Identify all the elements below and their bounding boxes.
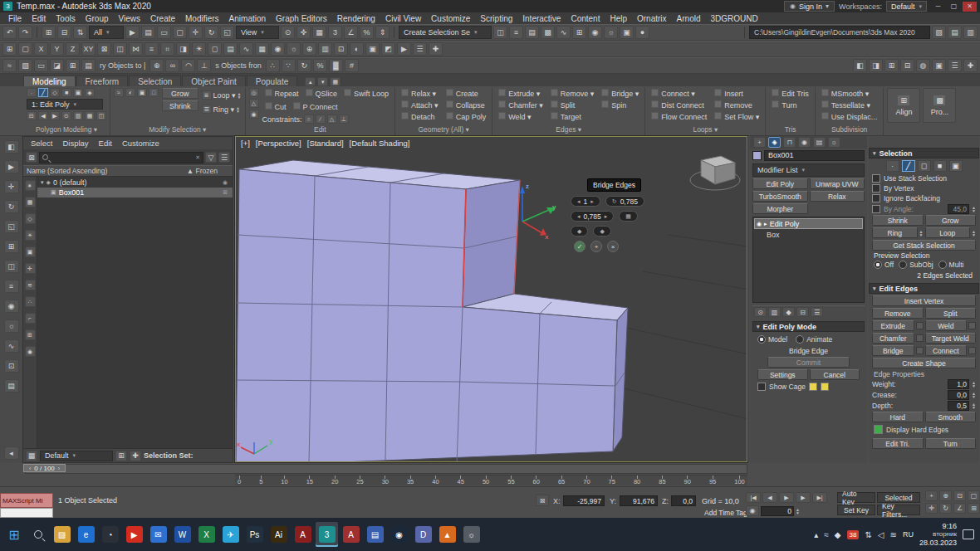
taskbar-app-autocad[interactable]: A [340,522,362,547]
preview-selection-radio[interactable]: SubObj [899,261,933,269]
explorer-menu-item[interactable]: Display [58,139,92,148]
taskbar-app-mail[interactable]: ✉ [147,522,169,547]
time-slider-track[interactable] [25,464,747,474]
dock-explorer-icon[interactable]: ▤ [4,379,19,393]
paint-link-icon[interactable]: ∞ [165,59,179,72]
menu-item[interactable]: Scripting [475,14,517,23]
filter-materials-icon[interactable]: ◉ [25,346,36,357]
object-name-field[interactable]: Box001 [764,150,865,161]
menu-item[interactable]: Rendering [332,14,380,23]
orbit-icon[interactable]: ↻ [939,503,952,514]
cage-color-swatch[interactable] [809,383,817,391]
ribbon-button[interactable]: Bridge ▾ [599,88,641,100]
ribbon-button[interactable]: Remove [712,100,762,111]
by-angle-spinner[interactable] [972,206,976,212]
reference-coordsys-dropdown[interactable]: View [236,26,279,39]
create-tab-icon[interactable]: + [753,137,766,148]
ribbon-button[interactable]: Use Displac... [819,111,880,123]
filter-bones-icon[interactable]: ⌐ [25,313,36,324]
taskbar-app-edge[interactable]: e [75,522,97,547]
select-none-icon[interactable]: □ [149,88,159,97]
axis-x-icon[interactable]: X [34,42,48,56]
extras-g-icon[interactable]: ☰ [948,59,962,72]
caddy-cancel-button[interactable]: × [607,241,619,252]
layer-explorer-icon[interactable]: ▤ [525,26,539,39]
ribbon-button[interactable]: Cut [262,101,289,113]
tray-volume-icon[interactable]: ◁ [878,530,884,539]
caddy-ok-button[interactable]: ✓ [574,241,586,252]
menu-item[interactable]: Arnold [672,14,706,23]
select-and-rotate-icon[interactable]: ↻ [204,26,218,39]
track-bar[interactable]: 0510152025303540455055606570758085909510… [235,475,747,485]
remove-modifier-icon[interactable]: ⊟ [796,307,809,317]
snapshot-icon[interactable]: ▣ [365,42,380,56]
viewport-label-item[interactable]: [+] [241,139,250,148]
spinner-snap-icon[interactable]: ⇕ [375,26,390,39]
key-filters-button[interactable]: Key Filters... [877,505,920,515]
x-coord-field[interactable]: -25,997 [563,495,605,506]
ribbon-group-label[interactable]: Edit [249,125,392,135]
channel-info-icon[interactable]: ☰ [413,42,427,56]
taskbar-app-telegram[interactable]: ✈ [219,522,242,547]
ribbon-button[interactable]: Target [548,111,597,123]
edit-edges-button[interactable]: Bridge [872,345,914,356]
maxscript-listener-line[interactable] [0,508,53,518]
dock-collapse-arrow[interactable]: ◂ [4,446,19,460]
explorer-search-input[interactable]: ✕ [39,152,203,163]
undo-icon[interactable]: ↶ [2,26,17,39]
symmetry-tools-icon[interactable]: ◫ [96,111,106,120]
element-subobject-icon[interactable]: ▣ [949,160,963,172]
ribbon-button[interactable]: MSmooth ▾ [819,88,880,100]
cage-selected-color-swatch[interactable] [821,383,829,391]
ring-label[interactable]: Ring ▾ [213,105,235,114]
place-highlight-icon[interactable]: ☀ [192,42,206,56]
dock-curve-icon[interactable]: ∿ [4,339,19,353]
object-color-swatch[interactable] [752,151,762,160]
explorer-column-header[interactable]: Name (Sorted Ascending) ▲ Frozen [23,165,233,177]
edit-tri-button[interactable]: Edit Tri. [872,438,924,449]
tray-update-icon[interactable]: ⇅ [865,530,871,539]
border-subobject-icon[interactable]: ◻ [918,160,931,172]
menu-item[interactable]: Content [566,14,605,23]
close-button[interactable]: ✕ [963,2,977,12]
filter-containers-icon[interactable]: ⊞ [25,329,36,340]
dock-move-icon[interactable]: ✛ [4,180,19,193]
ribbon-group-label[interactable]: Loops ▾ [649,125,762,135]
prev-frame-arrow[interactable]: ‹ [29,466,31,471]
bind-to-space-warp-icon[interactable]: ⇅ [73,26,87,39]
layer-visibility-icon[interactable]: ◉ [223,179,228,186]
ribbon-button[interactable]: QSlice [303,88,341,100]
project-path-field[interactable]: C:\Users\GingildinEvgen\Documents\3ds Ma… [749,26,930,39]
taskbar-app-explorer[interactable]: ▨ [51,522,73,547]
edge-subobject-icon[interactable]: ╱ [902,160,915,172]
paint-clone-icon[interactable]: ⊞ [66,59,80,72]
menu-item[interactable]: Ornatrix [632,14,672,23]
show-cage-checkbox[interactable]: Show Cage [757,382,806,392]
ribbon-button[interactable]: Spin [599,100,641,111]
ribbon-button[interactable]: Create [443,88,489,100]
taskbar-app-youtube[interactable]: ▶ [123,522,145,547]
region-select-icon[interactable]: ▢ [18,42,32,56]
dock-align-icon[interactable]: ≡ [4,280,19,293]
viewport-layout-tab-icon[interactable]: ◧ [4,140,19,154]
taskbar-app-3dsmax[interactable]: 3 [316,522,338,547]
ribbon-config-icon[interactable]: ▾ [317,77,328,86]
perspective-viewport[interactable]: [+][Perspective][Standard][Default Shadi… [235,136,747,462]
z-coord-field[interactable]: 0,0 [671,495,696,506]
workspace-a-icon[interactable]: ▤ [948,26,962,39]
stack-visibility-icon[interactable]: ◉ [757,221,762,227]
dock-mirror-icon[interactable]: ◫ [4,260,19,273]
ribbon-button[interactable]: Collapse [443,100,489,111]
ribbon-button[interactable]: Dist Connect [649,100,709,111]
loop-spinner[interactable] [972,230,976,236]
caddy-bias-field[interactable]: ▦ [619,211,638,222]
scatter-rotate-icon[interactable]: ↻ [297,59,311,72]
tray-network-icon[interactable]: ≋ [890,530,897,539]
set-key-button[interactable]: Set Key [837,505,875,515]
rendered-frame-icon[interactable]: ▣ [620,26,634,39]
paint-target-icon[interactable]: ⊕ [149,59,164,72]
viewport-label-item[interactable]: [Perspective] [256,139,301,148]
select-similar-icon[interactable]: ≈ [114,88,124,97]
normal-align-icon[interactable]: ◨ [176,42,190,56]
select-and-manipulate-icon[interactable]: ✜ [296,26,311,39]
